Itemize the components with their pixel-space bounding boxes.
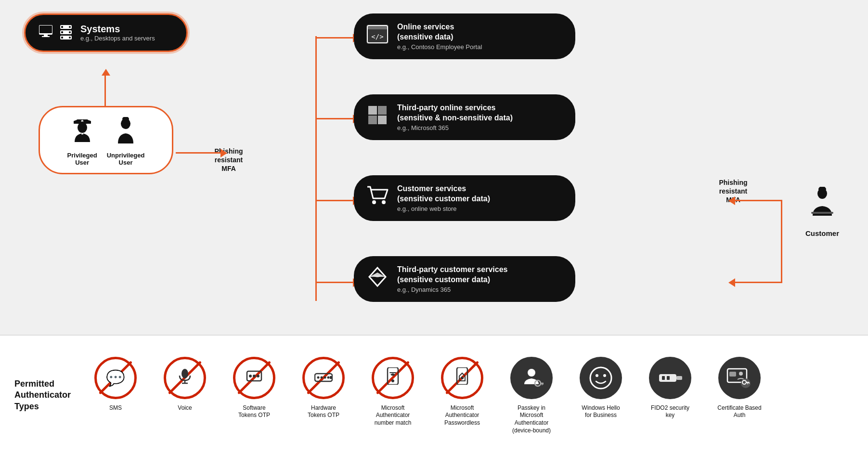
svg-point-25: [372, 200, 376, 204]
service-text-1: Online services(sensitive data) e.g., Co…: [397, 22, 482, 51]
svg-point-40: [324, 377, 326, 379]
systems-title: Systems: [80, 24, 155, 35]
svg-rect-58: [662, 376, 665, 380]
svg-point-26: [382, 200, 386, 204]
service-icon-2: [365, 104, 389, 130]
systems-icon: [39, 25, 73, 40]
not-allowed-ms-pass: [441, 357, 483, 399]
hard-otp-label: HardwareTokens OTP: [308, 404, 339, 419]
auth-icon-passkey: [510, 356, 553, 400]
arrow-up: [104, 75, 106, 106]
not-allowed-ms-num: [372, 357, 414, 399]
service-box-4: Third-party customer services(sensitive …: [354, 256, 575, 302]
customer-box: Customer: [805, 187, 839, 237]
auth-item-cba: Certificate BasedAuth: [711, 356, 768, 419]
svg-rect-59: [667, 376, 670, 380]
service-icon-3: [365, 185, 389, 211]
service-text-4: Third-party customer services(sensitive …: [397, 265, 507, 293]
allowed-fido2: [649, 357, 691, 399]
users-row: PrivilegedUser: [67, 117, 145, 166]
systems-subtitle: e.g., Desktops and servers: [80, 35, 155, 42]
unprivileged-user-item: UnprivilegedUser: [107, 117, 145, 166]
svg-rect-57: [676, 376, 682, 380]
diagram-area: Systems e.g., Desktops and servers: [0, 0, 868, 335]
auth-icon-cba: [718, 356, 761, 400]
whfb-label: Windows Hellofor Business: [582, 404, 620, 419]
service-icon-4: [365, 266, 389, 292]
svg-point-9: [69, 31, 71, 33]
svg-point-6: [69, 26, 71, 28]
svg-point-38: [317, 377, 320, 379]
svg-rect-29: [811, 212, 833, 214]
h-arrow-service-1: [315, 37, 354, 39]
voice-icon: [177, 368, 193, 388]
sms-icon: 💬: [106, 369, 125, 387]
permitted-label: PermittedAuthenticatorTypes: [14, 378, 77, 412]
auth-icon-ms-num: [371, 356, 415, 400]
service-box-3: Customer services(sensitive customer dat…: [354, 175, 575, 221]
unprivileged-user-label: UnprivilegedUser: [107, 152, 145, 166]
auth-icon-ms-pass: [440, 356, 484, 400]
service-title-4: Third-party customer services(sensitive …: [397, 265, 507, 285]
service-title-1: Online services(sensitive data): [397, 22, 482, 42]
auth-item-ms-num: MicrosoftAuthenticatornumber match: [364, 356, 422, 427]
soft-otp-icon: [246, 369, 262, 387]
svg-point-48: [528, 369, 535, 377]
auth-icon-voice: [163, 356, 207, 400]
ms-num-label: MicrosoftAuthenticatornumber match: [375, 404, 412, 427]
auth-items: 💬 SMS: [87, 356, 854, 434]
svg-point-30: [181, 369, 188, 378]
auth-item-voice: Voice: [156, 356, 214, 412]
service-title-2: Third-party online services(sensitive & …: [397, 103, 513, 123]
cust-h-arrow-1: [734, 200, 782, 201]
svg-rect-2: [44, 35, 48, 36]
sms-label: SMS: [109, 404, 122, 412]
svg-rect-8: [61, 31, 63, 33]
auth-item-passkey: Passkey inMicrosoftAuthenticator(device-…: [503, 356, 560, 434]
svg-rect-61: [729, 372, 736, 377]
svg-rect-11: [61, 37, 63, 39]
main-container: Systems e.g., Desktops and servers: [0, 0, 868, 455]
vertical-connector: [315, 36, 317, 301]
svg-point-55: [603, 374, 606, 377]
systems-text: Systems e.g., Desktops and servers: [80, 24, 155, 42]
svg-rect-23: [367, 26, 388, 29]
service-subtitle-3: e.g., online web store: [397, 205, 490, 212]
h-arrow-service-4: [315, 282, 354, 283]
svg-point-12: [69, 37, 71, 39]
arrow-right-main: [176, 152, 221, 154]
passkey-label: Passkey inMicrosoftAuthenticator(device-…: [512, 404, 551, 434]
voice-label: Voice: [178, 404, 192, 412]
svg-point-44: [391, 379, 394, 382]
svg-rect-1: [39, 26, 52, 33]
auth-item-sms: 💬 SMS: [87, 356, 144, 412]
svg-rect-3: [42, 36, 50, 37]
ms-num-icon: [385, 367, 401, 389]
svg-point-54: [596, 374, 598, 377]
fido2-label: FIDO2 securitykey: [651, 404, 689, 419]
allowed-passkey: [510, 357, 553, 399]
soft-otp-label: SoftwareTokens OTP: [238, 404, 270, 419]
privileged-user-icon: [70, 117, 95, 150]
svg-point-35: [253, 375, 256, 377]
h-arrow-service-3: [315, 200, 354, 201]
customer-label: Customer: [805, 229, 839, 237]
ms-pass-label: MicrosoftAuthenticatorPasswordless: [444, 404, 480, 427]
svg-rect-5: [61, 26, 63, 28]
svg-text:</>: </>: [371, 33, 383, 40]
service-subtitle-4: e.g., Dynamics 365: [397, 286, 507, 293]
vert-right-connector: [781, 200, 782, 283]
phishing-label-left: PhishingresistantMFA: [202, 147, 255, 173]
allowed-cba: [718, 357, 761, 399]
privileged-user-item: PrivilegedUser: [67, 117, 97, 166]
users-box: PrivilegedUser: [39, 106, 173, 174]
service-text-3: Customer services(sensitive customer dat…: [397, 184, 490, 212]
service-box-2: Third-party online services(sensitive & …: [354, 94, 575, 140]
auth-item-fido2: FIDO2 securitykey: [641, 356, 699, 419]
auth-icon-soft-otp: [233, 356, 276, 400]
h-arrow-service-2: [315, 118, 354, 119]
auth-item-ms-pass: MicrosoftAuthenticatorPasswordless: [433, 356, 491, 427]
svg-point-17: [78, 122, 87, 133]
auth-item-whfb: Windows Hellofor Business: [572, 356, 630, 419]
svg-rect-45: [389, 372, 396, 373]
